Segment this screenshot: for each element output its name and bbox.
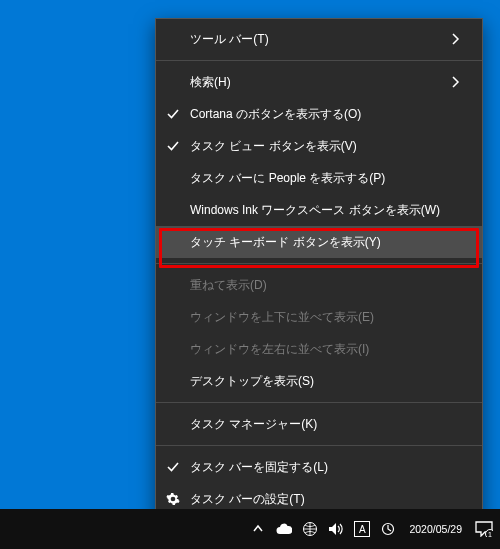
ime-tool-icon[interactable]: [379, 520, 397, 538]
chevron-right-icon: [452, 33, 468, 45]
menu-label: 重ねて表示(D): [190, 277, 468, 294]
tray-overflow-icon[interactable]: [249, 520, 267, 538]
gear-icon: [156, 492, 190, 506]
menu-label: タッチ キーボード ボタンを表示(Y): [190, 234, 468, 251]
taskbar-clock[interactable]: 2020/05/29: [405, 523, 466, 535]
menu-item-touch-keyboard[interactable]: タッチ キーボード ボタンを表示(Y): [156, 226, 482, 258]
separator: [156, 402, 482, 403]
menu-label: ツール バー(T): [190, 31, 452, 48]
system-tray: A 2020/05/29 1: [155, 509, 500, 549]
menu-item-show-desktop[interactable]: デスクトップを表示(S): [156, 365, 482, 397]
ime-mode: A: [354, 521, 370, 537]
separator: [156, 445, 482, 446]
notification-count: 1: [488, 531, 492, 537]
menu-item-toolbars[interactable]: ツール バー(T): [156, 23, 482, 55]
menu-label: デスクトップを表示(S): [190, 373, 468, 390]
menu-item-stack-horizontal: ウィンドウを左右に並べて表示(I): [156, 333, 482, 365]
taskbar-left[interactable]: [0, 509, 155, 549]
menu-label: Windows Ink ワークスペース ボタンを表示(W): [190, 202, 468, 219]
menu-label: 検索(H): [190, 74, 452, 91]
check-icon: [156, 108, 190, 120]
volume-icon[interactable]: [327, 520, 345, 538]
menu-item-stack-vertical: ウィンドウを上下に並べて表示(E): [156, 301, 482, 333]
separator: [156, 60, 482, 61]
menu-item-taskview[interactable]: タスク ビュー ボタンを表示(V): [156, 130, 482, 162]
ime-icon[interactable]: A: [353, 520, 371, 538]
menu-item-task-manager[interactable]: タスク マネージャー(K): [156, 408, 482, 440]
separator: [156, 263, 482, 264]
chevron-right-icon: [452, 76, 468, 88]
menu-label: タスク ビュー ボタンを表示(V): [190, 138, 468, 155]
menu-label: タスク バーに People を表示する(P): [190, 170, 468, 187]
menu-label: ウィンドウを左右に並べて表示(I): [190, 341, 468, 358]
taskbar-context-menu: ツール バー(T) 検索(H) Cortana のボタンを表示する(O) タスク…: [155, 18, 483, 520]
action-center-icon[interactable]: 1: [474, 520, 494, 538]
check-icon: [156, 140, 190, 152]
clock-date: 2020/05/29: [409, 523, 462, 535]
menu-item-windows-ink[interactable]: Windows Ink ワークスペース ボタンを表示(W): [156, 194, 482, 226]
menu-label: タスク バーを固定する(L): [190, 459, 468, 476]
menu-item-cortana[interactable]: Cortana のボタンを表示する(O): [156, 98, 482, 130]
menu-label: Cortana のボタンを表示する(O): [190, 106, 468, 123]
network-icon[interactable]: [301, 520, 319, 538]
menu-item-search[interactable]: 検索(H): [156, 66, 482, 98]
menu-item-cascade: 重ねて表示(D): [156, 269, 482, 301]
check-icon: [156, 461, 190, 473]
menu-label: ウィンドウを上下に並べて表示(E): [190, 309, 468, 326]
menu-item-people[interactable]: タスク バーに People を表示する(P): [156, 162, 482, 194]
menu-label: タスク マネージャー(K): [190, 416, 468, 433]
menu-item-lock-taskbar[interactable]: タスク バーを固定する(L): [156, 451, 482, 483]
taskbar[interactable]: A 2020/05/29 1: [0, 509, 500, 549]
onedrive-icon[interactable]: [275, 520, 293, 538]
menu-label: タスク バーの設定(T): [190, 491, 468, 508]
